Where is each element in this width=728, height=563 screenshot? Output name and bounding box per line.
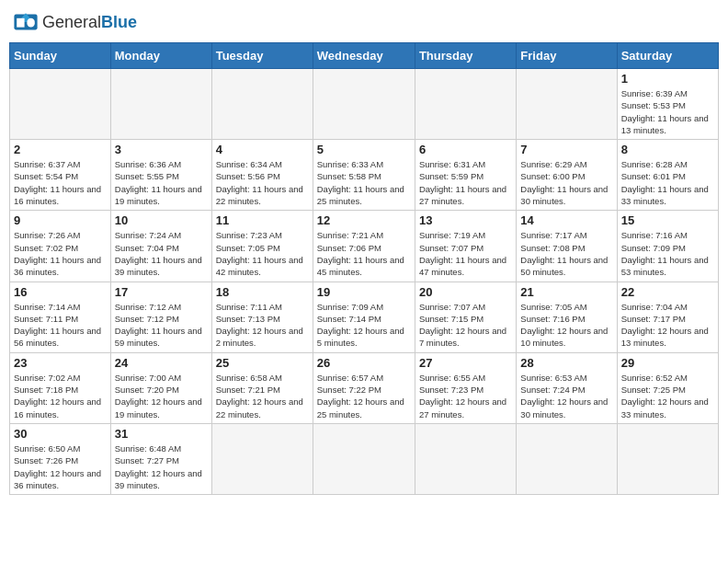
svg-rect-3 xyxy=(27,18,34,28)
weekday-header-row: SundayMondayTuesdayWednesdayThursdayFrid… xyxy=(10,43,719,69)
day-info: Sunrise: 6:33 AM Sunset: 5:58 PM Dayligh… xyxy=(317,158,411,207)
calendar-day-cell xyxy=(313,69,415,140)
logo: GeneralBlue xyxy=(13,9,137,35)
weekday-header-tuesday: Tuesday xyxy=(211,43,313,69)
day-number: 27 xyxy=(419,356,512,370)
calendar-day-cell: 9Sunrise: 7:26 AM Sunset: 7:02 PM Daylig… xyxy=(10,211,111,282)
calendar-day-cell: 13Sunrise: 7:19 AM Sunset: 7:07 PM Dayli… xyxy=(415,211,516,282)
day-number: 23 xyxy=(14,356,107,370)
calendar-day-cell: 30Sunrise: 6:50 AM Sunset: 7:26 PM Dayli… xyxy=(10,423,111,494)
day-info: Sunrise: 6:57 AM Sunset: 7:22 PM Dayligh… xyxy=(317,372,411,420)
weekday-header-saturday: Saturday xyxy=(617,43,718,69)
calendar-week-row: 1Sunrise: 6:39 AM Sunset: 5:53 PM Daylig… xyxy=(10,69,719,140)
day-info: Sunrise: 7:24 AM Sunset: 7:04 PM Dayligh… xyxy=(115,229,208,278)
day-info: Sunrise: 6:55 AM Sunset: 7:23 PM Dayligh… xyxy=(419,372,512,420)
day-info: Sunrise: 7:26 AM Sunset: 7:02 PM Dayligh… xyxy=(14,229,107,278)
calendar-day-cell: 17Sunrise: 7:12 AM Sunset: 7:12 PM Dayli… xyxy=(110,282,211,352)
day-info: Sunrise: 7:17 AM Sunset: 7:08 PM Dayligh… xyxy=(520,229,612,278)
calendar-day-cell: 3Sunrise: 6:36 AM Sunset: 5:55 PM Daylig… xyxy=(110,140,211,211)
calendar-day-cell: 1Sunrise: 6:39 AM Sunset: 5:53 PM Daylig… xyxy=(617,69,718,140)
calendar-day-cell: 5Sunrise: 6:33 AM Sunset: 5:58 PM Daylig… xyxy=(313,140,415,211)
day-number: 19 xyxy=(317,285,411,299)
calendar-day-cell: 31Sunrise: 6:48 AM Sunset: 7:27 PM Dayli… xyxy=(110,423,211,494)
day-info: Sunrise: 7:04 AM Sunset: 7:17 PM Dayligh… xyxy=(621,301,714,350)
generalblue-logo-icon xyxy=(13,9,39,35)
calendar-day-cell xyxy=(415,423,516,494)
day-number: 21 xyxy=(520,285,612,299)
day-info: Sunrise: 7:00 AM Sunset: 7:20 PM Dayligh… xyxy=(115,372,208,420)
day-number: 14 xyxy=(520,213,612,227)
calendar-day-cell: 7Sunrise: 6:29 AM Sunset: 6:00 PM Daylig… xyxy=(517,140,617,211)
day-number: 8 xyxy=(621,143,714,156)
day-info: Sunrise: 6:31 AM Sunset: 5:59 PM Dayligh… xyxy=(419,158,512,207)
day-info: Sunrise: 7:11 AM Sunset: 7:13 PM Dayligh… xyxy=(216,301,309,350)
day-number: 28 xyxy=(520,356,612,370)
day-number: 18 xyxy=(216,285,309,299)
calendar-week-row: 23Sunrise: 7:02 AM Sunset: 7:18 PM Dayli… xyxy=(10,352,719,423)
day-info: Sunrise: 6:52 AM Sunset: 7:25 PM Dayligh… xyxy=(621,372,714,420)
day-number: 1 xyxy=(621,72,714,86)
day-info: Sunrise: 7:19 AM Sunset: 7:07 PM Dayligh… xyxy=(419,229,512,278)
calendar-day-cell: 29Sunrise: 6:52 AM Sunset: 7:25 PM Dayli… xyxy=(617,352,718,423)
day-number: 10 xyxy=(115,213,208,227)
page-header: GeneralBlue xyxy=(9,9,719,35)
day-info: Sunrise: 7:21 AM Sunset: 7:06 PM Dayligh… xyxy=(317,229,411,278)
calendar-week-row: 30Sunrise: 6:50 AM Sunset: 7:26 PM Dayli… xyxy=(10,423,719,494)
weekday-header-thursday: Thursday xyxy=(415,43,516,69)
calendar-day-cell xyxy=(517,423,617,494)
day-info: Sunrise: 6:34 AM Sunset: 5:56 PM Dayligh… xyxy=(216,158,309,207)
weekday-header-wednesday: Wednesday xyxy=(313,43,415,69)
day-info: Sunrise: 6:37 AM Sunset: 5:54 PM Dayligh… xyxy=(14,158,107,207)
day-info: Sunrise: 6:39 AM Sunset: 5:53 PM Dayligh… xyxy=(621,87,714,136)
day-info: Sunrise: 6:28 AM Sunset: 6:01 PM Dayligh… xyxy=(621,158,714,207)
weekday-header-monday: Monday xyxy=(110,43,211,69)
day-number: 17 xyxy=(115,285,208,299)
day-info: Sunrise: 6:50 AM Sunset: 7:26 PM Dayligh… xyxy=(14,442,107,491)
calendar-week-row: 2Sunrise: 6:37 AM Sunset: 5:54 PM Daylig… xyxy=(10,140,719,211)
calendar-day-cell: 8Sunrise: 6:28 AM Sunset: 6:01 PM Daylig… xyxy=(617,140,718,211)
calendar-day-cell: 6Sunrise: 6:31 AM Sunset: 5:59 PM Daylig… xyxy=(415,140,516,211)
day-info: Sunrise: 6:36 AM Sunset: 5:55 PM Dayligh… xyxy=(115,158,208,207)
calendar-day-cell xyxy=(415,69,516,140)
day-number: 24 xyxy=(115,356,208,370)
day-info: Sunrise: 7:09 AM Sunset: 7:14 PM Dayligh… xyxy=(317,301,411,350)
calendar-day-cell xyxy=(211,423,313,494)
day-info: Sunrise: 6:29 AM Sunset: 6:00 PM Dayligh… xyxy=(520,158,612,207)
calendar-day-cell: 15Sunrise: 7:16 AM Sunset: 7:09 PM Dayli… xyxy=(617,211,718,282)
weekday-header-sunday: Sunday xyxy=(10,43,111,69)
day-number: 22 xyxy=(621,285,714,299)
calendar-day-cell: 2Sunrise: 6:37 AM Sunset: 5:54 PM Daylig… xyxy=(10,140,111,211)
calendar-week-row: 16Sunrise: 7:14 AM Sunset: 7:11 PM Dayli… xyxy=(10,282,719,352)
day-number: 25 xyxy=(216,356,309,370)
calendar-day-cell: 18Sunrise: 7:11 AM Sunset: 7:13 PM Dayli… xyxy=(211,282,313,352)
calendar-day-cell: 20Sunrise: 7:07 AM Sunset: 7:15 PM Dayli… xyxy=(415,282,516,352)
calendar-day-cell: 19Sunrise: 7:09 AM Sunset: 7:14 PM Dayli… xyxy=(313,282,415,352)
calendar-day-cell: 28Sunrise: 6:53 AM Sunset: 7:24 PM Dayli… xyxy=(517,352,617,423)
calendar-day-cell xyxy=(313,423,415,494)
day-number: 16 xyxy=(14,285,107,299)
calendar-week-row: 9Sunrise: 7:26 AM Sunset: 7:02 PM Daylig… xyxy=(10,211,719,282)
calendar-day-cell: 24Sunrise: 7:00 AM Sunset: 7:20 PM Dayli… xyxy=(110,352,211,423)
calendar-day-cell: 10Sunrise: 7:24 AM Sunset: 7:04 PM Dayli… xyxy=(110,211,211,282)
calendar-day-cell: 22Sunrise: 7:04 AM Sunset: 7:17 PM Dayli… xyxy=(617,282,718,352)
svg-rect-2 xyxy=(17,18,24,28)
day-number: 3 xyxy=(115,143,208,156)
calendar-day-cell: 11Sunrise: 7:23 AM Sunset: 7:05 PM Dayli… xyxy=(211,211,313,282)
day-number: 12 xyxy=(317,213,411,227)
calendar-day-cell: 14Sunrise: 7:17 AM Sunset: 7:08 PM Dayli… xyxy=(517,211,617,282)
calendar-day-cell: 25Sunrise: 6:58 AM Sunset: 7:21 PM Dayli… xyxy=(211,352,313,423)
day-number: 15 xyxy=(621,213,714,227)
day-number: 26 xyxy=(317,356,411,370)
calendar-day-cell: 21Sunrise: 7:05 AM Sunset: 7:16 PM Dayli… xyxy=(517,282,617,352)
logo-text: GeneralBlue xyxy=(42,13,137,32)
calendar-day-cell xyxy=(517,69,617,140)
calendar-day-cell: 12Sunrise: 7:21 AM Sunset: 7:06 PM Dayli… xyxy=(313,211,415,282)
day-info: Sunrise: 7:05 AM Sunset: 7:16 PM Dayligh… xyxy=(520,301,612,350)
day-number: 30 xyxy=(14,427,107,441)
day-info: Sunrise: 7:23 AM Sunset: 7:05 PM Dayligh… xyxy=(216,229,309,278)
calendar-table: SundayMondayTuesdayWednesdayThursdayFrid… xyxy=(9,42,719,495)
day-number: 6 xyxy=(419,143,512,156)
day-number: 2 xyxy=(14,143,107,156)
day-number: 29 xyxy=(621,356,714,370)
calendar-day-cell xyxy=(110,69,211,140)
